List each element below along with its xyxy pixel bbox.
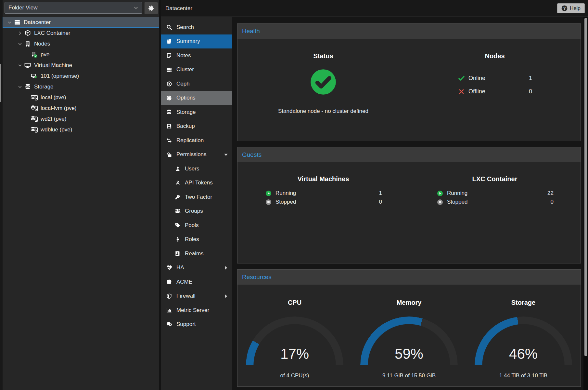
tree-item-label: local (pve) xyxy=(41,94,66,101)
storage-drive-icon xyxy=(30,115,38,122)
user-outline-icon xyxy=(174,180,181,185)
memory-percent: 59% xyxy=(360,346,458,362)
tree-item-pve[interactable]: pve xyxy=(3,49,159,60)
tree-item-virtual-machine[interactable]: Virtual Machine xyxy=(3,60,159,71)
tree-item-label: 101 (opnsense) xyxy=(41,73,79,79)
menu-item-options[interactable]: Options xyxy=(161,91,232,105)
content-scrollbar[interactable] xyxy=(583,17,588,390)
offline-label: Offline xyxy=(468,88,485,95)
tree-item-label: Virtual Machine xyxy=(34,62,72,69)
tree-item-datacenter[interactable]: Datacenter xyxy=(3,17,159,28)
key-icon xyxy=(174,195,181,200)
chevron-down-icon[interactable] xyxy=(16,85,23,89)
menu-item-storage[interactable]: Storage xyxy=(161,105,232,119)
tree-item-101-opnsense[interactable]: 101 (opnsense) xyxy=(3,71,159,81)
menu-item-metric-server[interactable]: Metric Server xyxy=(161,303,232,317)
tree-item-label: pve xyxy=(41,51,49,58)
storage-detail: 1.44 TiB of 3.10 TiB xyxy=(499,372,547,379)
users-icon xyxy=(174,208,181,214)
menu-item-api-tokens[interactable]: API Tokens xyxy=(161,176,232,190)
chevron-down-icon[interactable] xyxy=(16,63,23,67)
user-icon xyxy=(174,166,181,171)
vm-running-row: Running 1 xyxy=(264,190,382,196)
menu-item-notes[interactable]: Notes xyxy=(161,48,232,63)
play-circle-icon xyxy=(264,190,272,196)
running-label: Running xyxy=(275,190,296,196)
health-nodes-column: Nodes Online 1 Offline 0 xyxy=(409,39,581,141)
online-label: Online xyxy=(468,75,485,82)
tree-item-label: Nodes xyxy=(34,41,50,47)
menu-item-realms[interactable]: Realms xyxy=(161,247,232,261)
tree-item-lxc-container[interactable]: LXC Container xyxy=(3,28,159,38)
vm-stopped-row: Stopped 0 xyxy=(264,199,382,205)
lxc-heading: LXC Container xyxy=(472,175,518,183)
menu-item-support[interactable]: Support xyxy=(161,317,232,332)
cpu-percent: 17% xyxy=(246,346,343,362)
running-label: Running xyxy=(447,190,467,196)
view-selector[interactable]: Folder View xyxy=(5,2,142,14)
tree-settings-button[interactable] xyxy=(145,2,158,14)
menu-item-acme[interactable]: ACME xyxy=(161,275,232,289)
guests-panel: Guests Virtual Machines Running 1 xyxy=(237,147,581,263)
tree-item-label: Datacenter xyxy=(24,19,51,26)
health-panel-header: Health xyxy=(237,24,581,39)
datacenter-menu: Search Summary Notes Cluster Ceph xyxy=(161,17,232,390)
help-button-label: Help xyxy=(570,6,581,11)
menu-item-summary[interactable]: Summary xyxy=(161,34,232,49)
resources-panel-title: Resources xyxy=(242,274,272,281)
storage-drive-icon xyxy=(30,126,38,133)
storage-drive-icon xyxy=(30,94,38,101)
stop-circle-icon xyxy=(264,199,272,205)
scrollbar-thumb[interactable] xyxy=(584,18,587,356)
menu-item-groups[interactable]: Groups xyxy=(161,204,232,219)
tree-item-local-pve[interactable]: local (pve) xyxy=(3,92,159,103)
tree-item-wdblue-pve[interactable]: wdblue (pve) xyxy=(3,124,159,135)
content-topbar: Datacenter Help xyxy=(161,0,588,17)
cpu-gauge: 17% xyxy=(246,316,343,365)
menu-item-backup[interactable]: Backup xyxy=(161,119,232,134)
menu-item-pools[interactable]: Pools xyxy=(161,218,232,233)
guests-panel-header: Guests xyxy=(237,147,581,162)
tree-item-local-lvm-pve[interactable]: local-lvm (pve) xyxy=(3,103,159,114)
left-scrollbar-thumb[interactable] xyxy=(0,64,1,102)
menu-item-ha[interactable]: HA xyxy=(161,261,232,275)
tree-item-wd2t-pve[interactable]: wd2t (pve) xyxy=(3,114,159,124)
stopped-value: 0 xyxy=(551,199,554,205)
tree-item-label: wdblue (pve) xyxy=(41,127,72,133)
menu-item-replication[interactable]: Replication xyxy=(161,133,232,148)
menu-item-two-factor[interactable]: Two Factor xyxy=(161,190,232,204)
view-selector-value: Folder View xyxy=(8,5,37,11)
caret-right-icon xyxy=(224,294,228,298)
chevron-right-icon[interactable] xyxy=(16,31,23,35)
certificate-icon xyxy=(166,279,173,285)
tree-item-nodes[interactable]: Nodes xyxy=(3,38,159,49)
memory-heading: Memory xyxy=(397,299,422,306)
menu-item-roles[interactable]: Roles xyxy=(161,233,232,247)
health-panel: Health Status Standalone node - no clust… xyxy=(237,23,581,141)
menu-item-users[interactable]: Users xyxy=(161,162,232,176)
menu-item-firewall[interactable]: Firewall xyxy=(161,289,232,303)
help-button[interactable]: Help xyxy=(557,3,585,13)
page-title: Datacenter xyxy=(165,5,192,12)
tree-item-label: wd2t (pve) xyxy=(41,116,66,122)
resources-panel: Resources CPU 17% of 4 CPU(s) Memo xyxy=(237,269,581,387)
chevron-down-icon[interactable] xyxy=(16,42,23,46)
resource-tree-panel: Folder View Datacenter LXC Container N xyxy=(3,0,159,390)
desktop-icon xyxy=(23,62,32,69)
nodes-online-row: Online 1 xyxy=(457,75,532,82)
cpu-heading: CPU xyxy=(288,299,301,306)
shield-icon xyxy=(166,293,173,299)
tree-item-label: Storage xyxy=(34,84,54,90)
running-value: 1 xyxy=(379,190,382,196)
address-book-icon xyxy=(174,251,181,256)
book-icon xyxy=(166,39,173,44)
memory-detail: 9.11 GiB of 15.50 GiB xyxy=(382,372,436,379)
server-stack-icon xyxy=(166,67,173,73)
menu-item-cluster[interactable]: Cluster xyxy=(161,63,232,77)
online-value: 1 xyxy=(529,75,532,82)
menu-item-permissions[interactable]: Permissions xyxy=(161,148,232,162)
menu-item-ceph[interactable]: Ceph xyxy=(161,77,232,91)
chevron-down-icon[interactable] xyxy=(6,20,13,24)
menu-item-search[interactable]: Search xyxy=(161,20,232,34)
tree-item-storage[interactable]: Storage xyxy=(3,81,159,92)
